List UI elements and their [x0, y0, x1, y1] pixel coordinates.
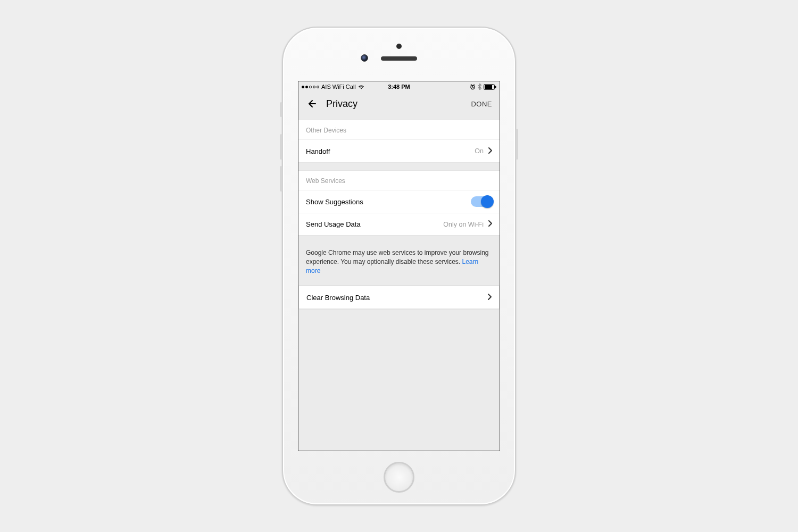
page-title: Privacy — [326, 98, 358, 110]
svg-rect-2 — [485, 85, 492, 89]
clear-browsing-label: Clear Browsing Data — [306, 294, 370, 302]
row-send-usage-data[interactable]: Send Usage Data Only on Wi-Fi — [298, 213, 500, 235]
earpiece-speaker — [381, 56, 417, 61]
send-usage-label: Send Usage Data — [306, 220, 361, 228]
row-handoff[interactable]: Handoff On — [298, 140, 500, 162]
footnote-text: Google Chrome may use web services to im… — [306, 249, 488, 265]
battery-icon — [484, 84, 496, 90]
svg-rect-3 — [495, 86, 496, 88]
section-other-devices: Other Devices Handoff On — [298, 120, 500, 163]
done-button[interactable]: DONE — [471, 100, 492, 108]
section-header-other-devices: Other Devices — [298, 120, 500, 140]
section-web-services: Web Services Show Suggestions Send Usage… — [298, 170, 500, 236]
web-services-footnote: Google Chrome may use web services to im… — [298, 243, 500, 282]
volume-down-button — [280, 166, 282, 192]
status-bar: AIS WiFi Call 3:48 PM — [298, 81, 500, 92]
handoff-label: Handoff — [306, 147, 330, 155]
front-camera — [361, 54, 368, 62]
arrow-left-icon — [306, 98, 317, 109]
chevron-right-icon — [487, 294, 492, 302]
wifi-icon — [358, 85, 364, 89]
signal-dots-icon — [302, 86, 319, 88]
handoff-value: On — [475, 147, 484, 155]
clock-label: 3:48 PM — [388, 84, 410, 90]
chevron-right-icon — [488, 220, 492, 228]
alarm-icon — [470, 84, 476, 90]
send-usage-value: Only on Wi-Fi — [443, 221, 484, 228]
back-button[interactable] — [304, 96, 319, 111]
carrier-label: AIS WiFi Call — [321, 84, 356, 90]
mute-switch — [280, 102, 282, 117]
nav-bar: Privacy DONE — [298, 92, 500, 115]
bluetooth-icon — [478, 84, 481, 90]
iphone-frame: AIS WiFi Call 3:48 PM — [282, 27, 516, 505]
show-suggestions-label: Show Suggestions — [306, 198, 363, 206]
volume-up-button — [280, 134, 282, 160]
screen: AIS WiFi Call 3:48 PM — [298, 81, 500, 451]
row-clear-browsing-data[interactable]: Clear Browsing Data — [299, 286, 499, 309]
section-header-web-services: Web Services — [298, 171, 500, 190]
home-button[interactable] — [384, 462, 414, 493]
power-button — [516, 129, 518, 160]
content-scroll[interactable]: Other Devices Handoff On Web Services Sh… — [298, 115, 500, 451]
chevron-right-icon — [488, 147, 492, 155]
row-show-suggestions[interactable]: Show Suggestions — [298, 190, 500, 213]
proximity-sensor — [396, 44, 402, 49]
section-clear-browsing: Clear Browsing Data — [298, 286, 500, 309]
show-suggestions-toggle[interactable] — [471, 196, 492, 207]
